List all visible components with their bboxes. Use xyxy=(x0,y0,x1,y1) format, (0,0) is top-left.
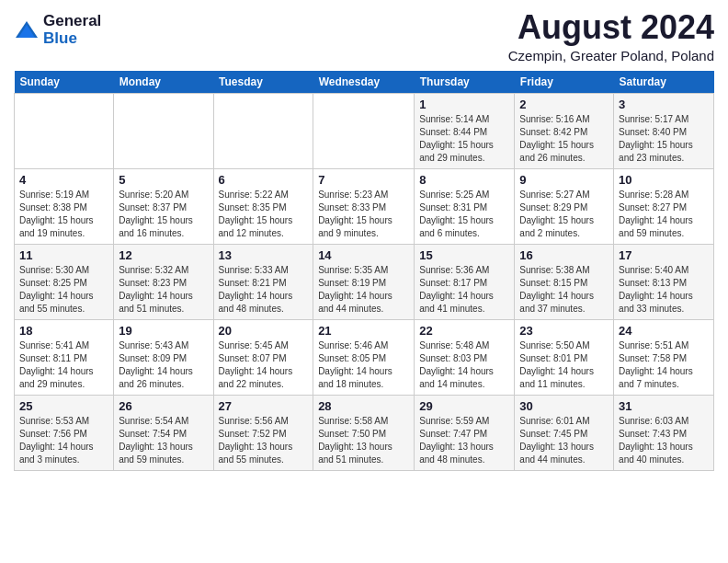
day-number: 9 xyxy=(519,173,609,187)
day-info: Sunrise: 5:36 AM Sunset: 8:17 PM Dayligh… xyxy=(419,264,509,316)
day-number: 12 xyxy=(119,248,208,262)
day-number: 20 xyxy=(219,324,309,338)
day-info: Sunrise: 6:01 AM Sunset: 7:45 PM Dayligh… xyxy=(519,415,609,466)
day-info: Sunrise: 5:22 AM Sunset: 8:35 PM Dayligh… xyxy=(219,189,309,240)
calendar-header-row: Sunday Monday Tuesday Wednesday Thursday… xyxy=(15,71,714,94)
calendar-cell-w2-d7: 10Sunrise: 5:28 AM Sunset: 8:27 PM Dayli… xyxy=(614,168,714,244)
day-info: Sunrise: 5:25 AM Sunset: 8:31 PM Dayligh… xyxy=(419,189,509,240)
day-number: 22 xyxy=(419,324,509,338)
calendar-week-4: 18Sunrise: 5:41 AM Sunset: 8:11 PM Dayli… xyxy=(15,319,714,395)
day-number: 5 xyxy=(119,173,208,187)
day-number: 1 xyxy=(419,98,509,111)
day-number: 21 xyxy=(318,324,409,338)
day-number: 28 xyxy=(318,399,409,413)
day-number: 14 xyxy=(318,248,409,262)
logo: General Blue xyxy=(14,13,101,47)
day-number: 18 xyxy=(19,324,108,338)
location-subtitle: Czempin, Greater Poland, Poland xyxy=(508,48,714,63)
header-saturday: Saturday xyxy=(614,71,714,94)
calendar-cell-w3-d3: 13Sunrise: 5:33 AM Sunset: 8:21 PM Dayli… xyxy=(213,244,313,319)
calendar-week-1: 1Sunrise: 5:14 AM Sunset: 8:44 PM Daylig… xyxy=(15,93,714,168)
calendar-cell-w2-d2: 5Sunrise: 5:20 AM Sunset: 8:37 PM Daylig… xyxy=(114,168,213,244)
day-info: Sunrise: 5:51 AM Sunset: 7:58 PM Dayligh… xyxy=(619,339,709,391)
day-info: Sunrise: 5:43 AM Sunset: 8:09 PM Dayligh… xyxy=(119,339,208,391)
title-area: August 2024 Czempin, Greater Poland, Pol… xyxy=(508,9,714,63)
day-info: Sunrise: 5:58 AM Sunset: 7:50 PM Dayligh… xyxy=(318,415,409,466)
calendar-cell-w4-d2: 19Sunrise: 5:43 AM Sunset: 8:09 PM Dayli… xyxy=(114,319,213,395)
day-number: 11 xyxy=(19,248,108,262)
day-number: 2 xyxy=(519,98,609,111)
calendar-cell-w5-d1: 25Sunrise: 5:53 AM Sunset: 7:56 PM Dayli… xyxy=(15,395,114,470)
day-info: Sunrise: 5:35 AM Sunset: 8:19 PM Dayligh… xyxy=(318,264,409,316)
day-info: Sunrise: 5:19 AM Sunset: 8:38 PM Dayligh… xyxy=(19,189,108,240)
day-info: Sunrise: 5:27 AM Sunset: 8:29 PM Dayligh… xyxy=(519,189,609,240)
day-number: 19 xyxy=(119,324,208,338)
calendar-cell-w1-d7: 3Sunrise: 5:17 AM Sunset: 8:40 PM Daylig… xyxy=(614,93,714,168)
day-info: Sunrise: 5:14 AM Sunset: 8:44 PM Dayligh… xyxy=(419,113,509,165)
calendar-cell-w3-d7: 17Sunrise: 5:40 AM Sunset: 8:13 PM Dayli… xyxy=(614,244,714,319)
calendar-cell-w1-d3 xyxy=(213,93,313,168)
calendar-cell-w3-d4: 14Sunrise: 5:35 AM Sunset: 8:19 PM Dayli… xyxy=(313,244,415,319)
day-info: Sunrise: 5:54 AM Sunset: 7:54 PM Dayligh… xyxy=(119,415,208,466)
day-info: Sunrise: 5:33 AM Sunset: 8:21 PM Dayligh… xyxy=(219,264,309,316)
calendar-cell-w5-d4: 28Sunrise: 5:58 AM Sunset: 7:50 PM Dayli… xyxy=(313,395,415,470)
header-sunday: Sunday xyxy=(15,71,114,94)
logo-icon xyxy=(14,17,40,43)
day-number: 31 xyxy=(619,399,709,413)
calendar-cell-w2-d3: 6Sunrise: 5:22 AM Sunset: 8:35 PM Daylig… xyxy=(213,168,313,244)
day-info: Sunrise: 6:03 AM Sunset: 7:43 PM Dayligh… xyxy=(619,415,709,466)
day-info: Sunrise: 5:46 AM Sunset: 8:05 PM Dayligh… xyxy=(318,339,409,391)
calendar-cell-w5-d2: 26Sunrise: 5:54 AM Sunset: 7:54 PM Dayli… xyxy=(114,395,213,470)
logo-blue: Blue xyxy=(43,30,101,48)
day-number: 3 xyxy=(619,98,709,111)
day-info: Sunrise: 5:32 AM Sunset: 8:23 PM Dayligh… xyxy=(119,264,208,316)
day-info: Sunrise: 5:50 AM Sunset: 8:01 PM Dayligh… xyxy=(519,339,609,391)
calendar-cell-w3-d6: 16Sunrise: 5:38 AM Sunset: 8:15 PM Dayli… xyxy=(515,244,614,319)
day-number: 23 xyxy=(519,324,609,338)
calendar-cell-w1-d2 xyxy=(114,93,213,168)
header-monday: Monday xyxy=(114,71,213,94)
calendar-cell-w4-d4: 21Sunrise: 5:46 AM Sunset: 8:05 PM Dayli… xyxy=(313,319,415,395)
calendar-cell-w5-d6: 30Sunrise: 6:01 AM Sunset: 7:45 PM Dayli… xyxy=(515,395,614,470)
header-wednesday: Wednesday xyxy=(313,71,415,94)
day-number: 16 xyxy=(519,248,609,262)
day-number: 26 xyxy=(119,399,208,413)
calendar-cell-w2-d4: 7Sunrise: 5:23 AM Sunset: 8:33 PM Daylig… xyxy=(313,168,415,244)
day-number: 25 xyxy=(19,399,108,413)
day-info: Sunrise: 5:40 AM Sunset: 8:13 PM Dayligh… xyxy=(619,264,709,316)
calendar-cell-w5-d7: 31Sunrise: 6:03 AM Sunset: 7:43 PM Dayli… xyxy=(614,395,714,470)
calendar-cell-w5-d3: 27Sunrise: 5:56 AM Sunset: 7:52 PM Dayli… xyxy=(213,395,313,470)
calendar-cell-w2-d5: 8Sunrise: 5:25 AM Sunset: 8:31 PM Daylig… xyxy=(415,168,515,244)
calendar-cell-w5-d5: 29Sunrise: 5:59 AM Sunset: 7:47 PM Dayli… xyxy=(415,395,515,470)
day-info: Sunrise: 5:38 AM Sunset: 8:15 PM Dayligh… xyxy=(519,264,609,316)
day-number: 6 xyxy=(219,173,309,187)
calendar-cell-w2-d1: 4Sunrise: 5:19 AM Sunset: 8:38 PM Daylig… xyxy=(15,168,114,244)
day-info: Sunrise: 5:20 AM Sunset: 8:37 PM Dayligh… xyxy=(119,189,208,240)
logo-general: General xyxy=(43,13,101,30)
day-number: 15 xyxy=(419,248,509,262)
day-number: 29 xyxy=(419,399,509,413)
month-year-title: August 2024 xyxy=(508,9,714,46)
day-info: Sunrise: 5:56 AM Sunset: 7:52 PM Dayligh… xyxy=(219,415,309,466)
day-number: 24 xyxy=(619,324,709,338)
day-number: 27 xyxy=(219,399,309,413)
day-number: 10 xyxy=(619,173,709,187)
header-thursday: Thursday xyxy=(415,71,515,94)
day-number: 30 xyxy=(519,399,609,413)
day-info: Sunrise: 5:59 AM Sunset: 7:47 PM Dayligh… xyxy=(419,415,509,466)
day-info: Sunrise: 5:53 AM Sunset: 7:56 PM Dayligh… xyxy=(19,415,108,466)
day-info: Sunrise: 5:23 AM Sunset: 8:33 PM Dayligh… xyxy=(318,189,409,240)
day-number: 8 xyxy=(419,173,509,187)
calendar-cell-w4-d5: 22Sunrise: 5:48 AM Sunset: 8:03 PM Dayli… xyxy=(415,319,515,395)
day-number: 4 xyxy=(19,173,108,187)
calendar-cell-w1-d5: 1Sunrise: 5:14 AM Sunset: 8:44 PM Daylig… xyxy=(415,93,515,168)
day-info: Sunrise: 5:30 AM Sunset: 8:25 PM Dayligh… xyxy=(19,264,108,316)
calendar-cell-w1-d4 xyxy=(313,93,415,168)
day-info: Sunrise: 5:48 AM Sunset: 8:03 PM Dayligh… xyxy=(419,339,509,391)
logo-text: General Blue xyxy=(43,13,101,47)
calendar-cell-w4-d6: 23Sunrise: 5:50 AM Sunset: 8:01 PM Dayli… xyxy=(515,319,614,395)
calendar-cell-w3-d5: 15Sunrise: 5:36 AM Sunset: 8:17 PM Dayli… xyxy=(415,244,515,319)
calendar-cell-w4-d7: 24Sunrise: 5:51 AM Sunset: 7:58 PM Dayli… xyxy=(614,319,714,395)
calendar-cell-w1-d1 xyxy=(15,93,114,168)
day-info: Sunrise: 5:41 AM Sunset: 8:11 PM Dayligh… xyxy=(19,339,108,391)
